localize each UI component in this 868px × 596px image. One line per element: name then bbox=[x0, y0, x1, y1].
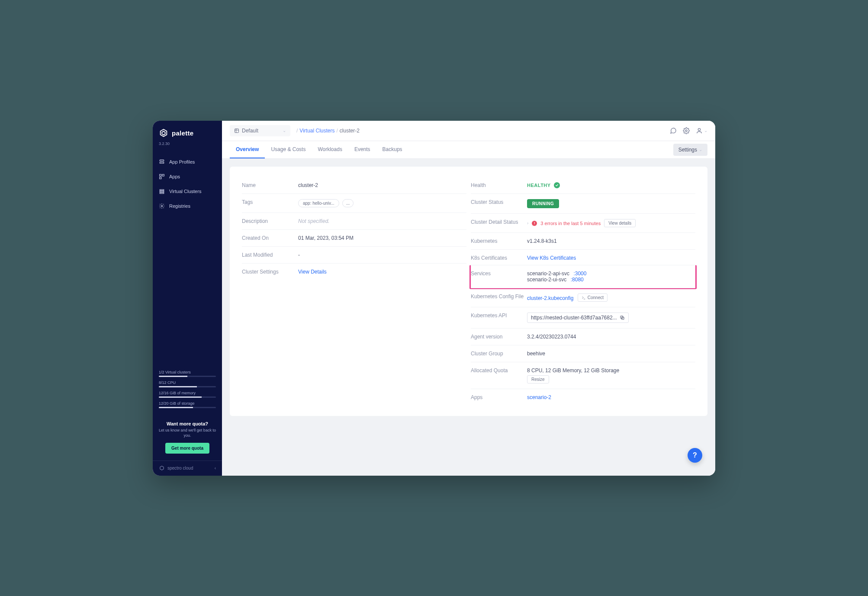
nav-label: App Profiles bbox=[169, 159, 195, 164]
view-error-details-button[interactable]: View details bbox=[604, 219, 636, 227]
field-label: Health bbox=[471, 182, 527, 188]
app-window: palette 3.2.30 App Profiles Apps Virtual… bbox=[153, 121, 715, 476]
field-label: Agent version bbox=[471, 334, 527, 340]
apps-icon bbox=[159, 174, 165, 180]
app-link[interactable]: scenario-2 bbox=[527, 394, 551, 400]
field-label: Cluster Group bbox=[471, 351, 527, 357]
tags-more-button[interactable]: ... bbox=[342, 199, 354, 207]
usage-bar-fill bbox=[159, 376, 187, 377]
field-label: Kubernetes Config File bbox=[471, 293, 527, 300]
user-icon bbox=[696, 127, 703, 134]
last-modified-value: - bbox=[298, 252, 466, 258]
status-pill: RUNNING bbox=[527, 199, 559, 208]
allocated-quota-value: 8 CPU, 12 GiB Memory, 12 GiB Storage bbox=[527, 367, 695, 374]
usage-storage: 12/20 GiB of storage bbox=[159, 401, 216, 408]
settings-gear-icon[interactable] bbox=[683, 127, 690, 134]
error-icon: ! bbox=[532, 221, 537, 226]
usage-cpu: 8/12 CPU bbox=[159, 380, 216, 387]
nav-registries[interactable]: Registries bbox=[153, 199, 222, 213]
tab-events[interactable]: Events bbox=[348, 141, 376, 158]
kubeconfig-download-link[interactable]: cluster-2.kubeconfig bbox=[527, 295, 573, 301]
brand-logo-icon bbox=[159, 129, 168, 138]
field-label: Description bbox=[242, 218, 298, 224]
project-icon bbox=[234, 128, 239, 133]
footer-brand-text: spectro cloud bbox=[167, 466, 193, 470]
terminal-icon bbox=[582, 296, 586, 300]
view-certs-link[interactable]: View K8s Certificates bbox=[527, 255, 576, 261]
sidebar-nav: App Profiles Apps Virtual Clusters Regis… bbox=[153, 152, 222, 213]
nav-label: Virtual Clusters bbox=[169, 189, 201, 194]
chevron-down-icon: ⌄ bbox=[283, 128, 286, 133]
svg-rect-4 bbox=[160, 177, 161, 179]
svg-rect-3 bbox=[162, 174, 164, 176]
nav-apps[interactable]: Apps bbox=[153, 169, 222, 184]
cluster-icon bbox=[159, 188, 165, 194]
tab-backups[interactable]: Backups bbox=[376, 141, 408, 158]
field-label: Tags bbox=[242, 199, 298, 205]
service-port-link[interactable]: :3000 bbox=[573, 271, 586, 277]
field-label: Kubernetes bbox=[471, 238, 527, 244]
user-menu[interactable]: ⌄ bbox=[696, 127, 707, 134]
connect-button[interactable]: Connect bbox=[578, 293, 608, 302]
layers-icon bbox=[159, 159, 165, 165]
svg-rect-7 bbox=[160, 192, 164, 193]
copy-icon[interactable] bbox=[620, 315, 625, 320]
get-quota-button[interactable]: Get more quota bbox=[165, 443, 209, 454]
collapse-sidebar-button[interactable]: ‹ bbox=[215, 466, 216, 470]
chat-icon[interactable] bbox=[670, 127, 677, 134]
quota-cta: Want more quota? Let us know and we'll g… bbox=[153, 417, 222, 460]
created-on-value: 01 Mar, 2023, 03:54 PM bbox=[298, 235, 466, 241]
help-button[interactable]: ? bbox=[688, 448, 702, 463]
chevron-down-icon: ⌄ bbox=[699, 147, 702, 152]
tab-usage-costs[interactable]: Usage & Costs bbox=[265, 141, 312, 158]
api-url-box: https://nested-cluster-63ffd7aa7682... bbox=[527, 312, 629, 323]
cluster-group-value: beehive bbox=[527, 351, 695, 357]
service-name: scenario-2-ui-svc bbox=[527, 277, 566, 283]
svg-rect-1 bbox=[160, 162, 164, 163]
tag-chip[interactable]: app: hello-univ... bbox=[298, 199, 339, 207]
tab-workloads[interactable]: Workloads bbox=[312, 141, 348, 158]
tab-overview[interactable]: Overview bbox=[230, 141, 265, 158]
app-version: 3.2.30 bbox=[153, 142, 222, 152]
kubernetes-version: v1.24.8-k3s1 bbox=[527, 238, 695, 244]
cluster-name: cluster-2 bbox=[298, 182, 466, 188]
field-label: Cluster Status bbox=[471, 199, 527, 205]
check-circle-icon bbox=[554, 182, 560, 188]
resize-quota-button[interactable]: Resize bbox=[527, 375, 549, 383]
topbar-actions: ⌄ bbox=[670, 127, 707, 134]
field-label: K8s Certificates bbox=[471, 255, 527, 261]
health-status: HEALTHY bbox=[527, 183, 551, 188]
tabs: Overview Usage & Costs Workloads Events … bbox=[222, 141, 715, 159]
api-url: https://nested-cluster-63ffd7aa7682... bbox=[531, 315, 617, 321]
content: Name cluster-2 Tags app: hello-univ... .… bbox=[222, 159, 715, 476]
field-label: Cluster Settings bbox=[242, 269, 298, 275]
nav-app-profiles[interactable]: App Profiles bbox=[153, 155, 222, 169]
usage-vc: 1/2 Virtual clusters bbox=[159, 370, 216, 377]
cluster-settings-button[interactable]: Settings ⌄ bbox=[673, 144, 707, 156]
svg-rect-9 bbox=[235, 129, 239, 132]
brand-name: palette bbox=[172, 129, 193, 137]
breadcrumb-current: cluster-2 bbox=[340, 128, 360, 134]
chevron-right-icon[interactable]: › bbox=[527, 221, 528, 226]
chevron-down-icon: ⌄ bbox=[704, 128, 707, 133]
project-selector[interactable]: Default ⌄ bbox=[230, 125, 290, 136]
brand-block: palette bbox=[153, 121, 222, 142]
main-area: Default ⌄ / Virtual Clusters / cluster-2… bbox=[222, 121, 715, 476]
field-label: Name bbox=[242, 182, 298, 188]
view-cluster-settings-link[interactable]: View Details bbox=[298, 269, 327, 275]
breadcrumb-link[interactable]: Virtual Clusters bbox=[299, 128, 334, 134]
usage-label: 12/16 GiB of memory bbox=[159, 391, 216, 395]
svg-point-10 bbox=[685, 130, 687, 132]
usage-memory: 12/16 GiB of memory bbox=[159, 391, 216, 398]
svg-rect-6 bbox=[160, 191, 164, 192]
topbar: Default ⌄ / Virtual Clusters / cluster-2… bbox=[222, 121, 715, 141]
usage-meters: 1/2 Virtual clusters 8/12 CPU 12/16 GiB … bbox=[153, 370, 222, 417]
nav-virtual-clusters[interactable]: Virtual Clusters bbox=[153, 184, 222, 199]
field-label: Last Modified bbox=[242, 252, 298, 258]
nav-label: Registries bbox=[169, 203, 190, 209]
service-port-link[interactable]: :8080 bbox=[571, 277, 584, 283]
field-label: Cluster Detail Status bbox=[471, 219, 527, 225]
gear-icon bbox=[159, 203, 165, 209]
svg-rect-5 bbox=[160, 189, 164, 190]
field-label: Allocated Quota bbox=[471, 367, 527, 374]
